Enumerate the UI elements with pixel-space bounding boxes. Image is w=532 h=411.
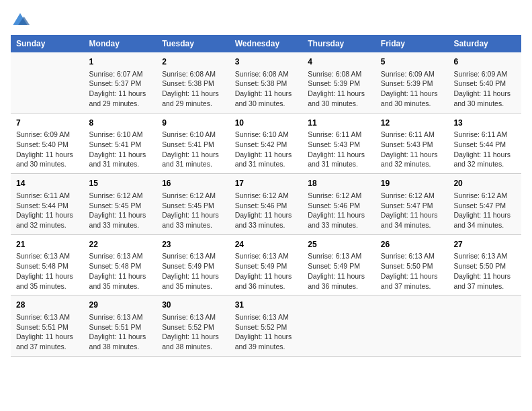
day-number: 22 — [89, 239, 152, 250]
day-number: 6 — [453, 56, 516, 68]
day-number: 28 — [16, 300, 79, 311]
day-info: Sunrise: 6:10 AM Sunset: 5:41 PM Dayligh… — [89, 130, 152, 169]
calendar-cell: 26Sunrise: 6:13 AM Sunset: 5:50 PM Dayli… — [375, 234, 449, 295]
day-number: 10 — [235, 118, 298, 129]
calendar-cell: 13Sunrise: 6:11 AM Sunset: 5:44 PM Dayli… — [448, 113, 521, 174]
day-info: Sunrise: 6:13 AM Sunset: 5:49 PM Dayligh… — [235, 251, 298, 291]
day-info: Sunrise: 6:13 AM Sunset: 5:50 PM Dayligh… — [381, 251, 443, 291]
day-info: Sunrise: 6:09 AM Sunset: 5:39 PM Dayligh… — [381, 69, 443, 109]
calendar-cell: 14Sunrise: 6:11 AM Sunset: 5:44 PM Dayli… — [11, 174, 84, 235]
day-info: Sunrise: 6:13 AM Sunset: 5:52 PM Dayligh… — [162, 312, 224, 352]
calendar-table: SundayMondayTuesdayWednesdayThursdayFrid… — [11, 35, 521, 357]
day-info: Sunrise: 6:08 AM Sunset: 5:39 PM Dayligh… — [308, 69, 370, 109]
day-number: 27 — [453, 239, 516, 250]
calendar-cell: 29Sunrise: 6:13 AM Sunset: 5:51 PM Dayli… — [84, 295, 157, 357]
day-number: 24 — [235, 239, 298, 250]
day-info: Sunrise: 6:12 AM Sunset: 5:47 PM Dayligh… — [453, 191, 516, 230]
calendar-cell: 3Sunrise: 6:08 AM Sunset: 5:38 PM Daylig… — [230, 52, 303, 113]
calendar-cell — [302, 295, 375, 357]
calendar-week-row: 1Sunrise: 6:07 AM Sunset: 5:37 PM Daylig… — [11, 52, 521, 113]
calendar-cell: 25Sunrise: 6:13 AM Sunset: 5:49 PM Dayli… — [302, 234, 375, 295]
calendar-cell: 19Sunrise: 6:12 AM Sunset: 5:47 PM Dayli… — [375, 174, 449, 235]
day-info: Sunrise: 6:12 AM Sunset: 5:45 PM Dayligh… — [89, 191, 152, 230]
day-info: Sunrise: 6:11 AM Sunset: 5:43 PM Dayligh… — [308, 130, 370, 169]
calendar-cell: 22Sunrise: 6:13 AM Sunset: 5:48 PM Dayli… — [84, 234, 157, 295]
day-info: Sunrise: 6:13 AM Sunset: 5:50 PM Dayligh… — [453, 251, 516, 291]
day-number: 8 — [89, 118, 152, 129]
calendar-week-row: 7Sunrise: 6:09 AM Sunset: 5:40 PM Daylig… — [11, 113, 521, 174]
header-saturday: Saturday — [448, 35, 521, 52]
day-info: Sunrise: 6:12 AM Sunset: 5:46 PM Dayligh… — [235, 191, 298, 230]
day-number: 7 — [16, 118, 79, 129]
day-number: 3 — [235, 56, 298, 68]
calendar-cell: 1Sunrise: 6:07 AM Sunset: 5:37 PM Daylig… — [84, 52, 157, 113]
calendar-cell: 6Sunrise: 6:09 AM Sunset: 5:40 PM Daylig… — [448, 52, 521, 113]
calendar-cell: 11Sunrise: 6:11 AM Sunset: 5:43 PM Dayli… — [302, 113, 375, 174]
calendar-cell — [448, 295, 521, 357]
calendar-header-row: SundayMondayTuesdayWednesdayThursdayFrid… — [11, 35, 521, 52]
day-number: 15 — [89, 178, 152, 189]
day-number: 16 — [162, 178, 224, 189]
calendar-cell: 31Sunrise: 6:13 AM Sunset: 5:52 PM Dayli… — [230, 295, 303, 357]
day-info: Sunrise: 6:13 AM Sunset: 5:52 PM Dayligh… — [235, 312, 298, 352]
day-info: Sunrise: 6:08 AM Sunset: 5:38 PM Dayligh… — [162, 69, 224, 109]
day-info: Sunrise: 6:13 AM Sunset: 5:48 PM Dayligh… — [16, 251, 79, 291]
calendar-week-row: 14Sunrise: 6:11 AM Sunset: 5:44 PM Dayli… — [11, 174, 521, 235]
day-info: Sunrise: 6:11 AM Sunset: 5:44 PM Dayligh… — [16, 191, 79, 230]
day-number: 9 — [162, 118, 224, 129]
calendar-cell: 9Sunrise: 6:10 AM Sunset: 5:41 PM Daylig… — [157, 113, 230, 174]
header-friday: Friday — [375, 35, 449, 52]
day-number: 1 — [89, 56, 152, 68]
day-info: Sunrise: 6:09 AM Sunset: 5:40 PM Dayligh… — [453, 69, 516, 109]
calendar-cell: 17Sunrise: 6:12 AM Sunset: 5:46 PM Dayli… — [230, 174, 303, 235]
logo-icon — [11, 11, 30, 30]
calendar-week-row: 21Sunrise: 6:13 AM Sunset: 5:48 PM Dayli… — [11, 234, 521, 295]
calendar-cell: 10Sunrise: 6:10 AM Sunset: 5:42 PM Dayli… — [230, 113, 303, 174]
day-info: Sunrise: 6:13 AM Sunset: 5:51 PM Dayligh… — [89, 312, 152, 352]
day-number: 30 — [162, 300, 224, 311]
day-number: 23 — [162, 239, 224, 250]
day-number: 21 — [16, 239, 79, 250]
day-info: Sunrise: 6:11 AM Sunset: 5:44 PM Dayligh… — [453, 130, 516, 169]
calendar-cell — [375, 295, 449, 357]
day-info: Sunrise: 6:10 AM Sunset: 5:42 PM Dayligh… — [235, 130, 298, 169]
day-info: Sunrise: 6:11 AM Sunset: 5:43 PM Dayligh… — [381, 130, 443, 169]
calendar-cell: 28Sunrise: 6:13 AM Sunset: 5:51 PM Dayli… — [11, 295, 84, 357]
calendar-cell: 7Sunrise: 6:09 AM Sunset: 5:40 PM Daylig… — [11, 113, 84, 174]
day-info: Sunrise: 6:13 AM Sunset: 5:51 PM Dayligh… — [16, 312, 79, 352]
day-info: Sunrise: 6:12 AM Sunset: 5:45 PM Dayligh… — [162, 191, 224, 230]
header-thursday: Thursday — [302, 35, 375, 52]
calendar-cell: 2Sunrise: 6:08 AM Sunset: 5:38 PM Daylig… — [157, 52, 230, 113]
day-info: Sunrise: 6:12 AM Sunset: 5:46 PM Dayligh… — [308, 191, 370, 230]
day-number: 12 — [381, 118, 443, 129]
calendar-cell: 4Sunrise: 6:08 AM Sunset: 5:39 PM Daylig… — [302, 52, 375, 113]
day-number: 20 — [453, 178, 516, 189]
day-info: Sunrise: 6:08 AM Sunset: 5:38 PM Dayligh… — [235, 69, 298, 109]
day-number: 29 — [89, 300, 152, 311]
calendar-cell: 18Sunrise: 6:12 AM Sunset: 5:46 PM Dayli… — [302, 174, 375, 235]
day-info: Sunrise: 6:13 AM Sunset: 5:48 PM Dayligh… — [89, 251, 152, 291]
calendar-cell: 12Sunrise: 6:11 AM Sunset: 5:43 PM Dayli… — [375, 113, 449, 174]
calendar-cell: 23Sunrise: 6:13 AM Sunset: 5:49 PM Dayli… — [157, 234, 230, 295]
day-number: 5 — [381, 56, 443, 68]
logo — [11, 11, 32, 30]
header-sunday: Sunday — [11, 35, 84, 52]
day-number: 19 — [381, 178, 443, 189]
day-info: Sunrise: 6:13 AM Sunset: 5:49 PM Dayligh… — [162, 251, 224, 291]
calendar-cell: 8Sunrise: 6:10 AM Sunset: 5:41 PM Daylig… — [84, 113, 157, 174]
day-info: Sunrise: 6:12 AM Sunset: 5:47 PM Dayligh… — [381, 191, 443, 230]
day-info: Sunrise: 6:07 AM Sunset: 5:37 PM Dayligh… — [89, 69, 152, 109]
calendar-cell: 30Sunrise: 6:13 AM Sunset: 5:52 PM Dayli… — [157, 295, 230, 357]
day-number: 13 — [453, 118, 516, 129]
day-number: 26 — [381, 239, 443, 250]
calendar-cell: 24Sunrise: 6:13 AM Sunset: 5:49 PM Dayli… — [230, 234, 303, 295]
header-tuesday: Tuesday — [157, 35, 230, 52]
calendar-cell: 27Sunrise: 6:13 AM Sunset: 5:50 PM Dayli… — [448, 234, 521, 295]
header-wednesday: Wednesday — [230, 35, 303, 52]
day-info: Sunrise: 6:10 AM Sunset: 5:41 PM Dayligh… — [162, 130, 224, 169]
day-info: Sunrise: 6:09 AM Sunset: 5:40 PM Dayligh… — [16, 130, 79, 169]
day-number: 25 — [308, 239, 370, 250]
day-number: 18 — [308, 178, 370, 189]
calendar-cell — [11, 52, 84, 113]
calendar-cell: 20Sunrise: 6:12 AM Sunset: 5:47 PM Dayli… — [448, 174, 521, 235]
